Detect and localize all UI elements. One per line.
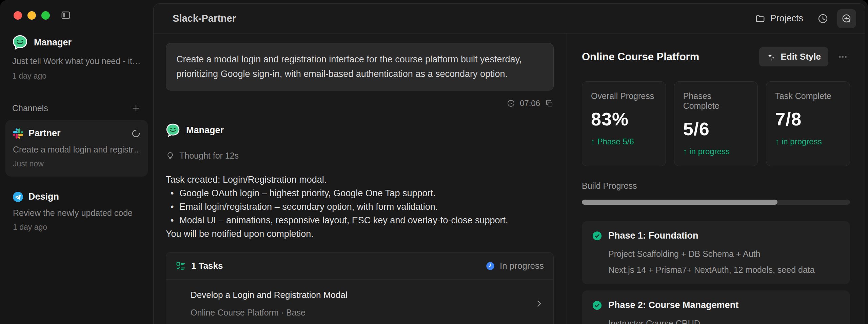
in-progress-clock-icon — [486, 261, 495, 271]
stats-row: Overall Progress 83% ↑ Phase 5/6 Phases … — [582, 81, 850, 166]
header-actions: Projects — [750, 9, 856, 28]
channels-label: Channels — [12, 103, 48, 113]
response-bullets: Google OAuth login – highest priority, G… — [166, 186, 554, 227]
channel-name-design: Design — [28, 191, 140, 202]
zoom-window-button[interactable] — [41, 11, 50, 20]
edit-style-button[interactable]: Edit Style — [759, 47, 828, 66]
more-options-button[interactable] — [836, 50, 850, 64]
add-channel-button[interactable] — [131, 103, 141, 113]
build-progress-label: Build Progress — [582, 181, 850, 191]
task-card: 1 Tasks In progress — [166, 252, 554, 324]
check-circle-icon — [592, 231, 602, 241]
manager-time: 1 day ago — [12, 72, 141, 81]
task-title: Develop a Login and Registration Modal — [191, 290, 348, 300]
stat-card-overall-progress: Overall Progress 83% ↑ Phase 5/6 — [582, 81, 666, 166]
phase-line2: Next.js 14 + Prisma7+ NextAuth, 12 model… — [608, 265, 840, 275]
check-circle-icon — [592, 300, 602, 310]
sidebar: Manager Just tell Work what you need - i… — [0, 0, 153, 324]
minimize-window-button[interactable] — [27, 11, 36, 20]
sparkles-icon — [767, 52, 776, 62]
bullet-item: Modal UI – animations, responsive layout… — [171, 214, 554, 227]
stat-delta: ↑ in progress — [683, 147, 749, 156]
user-message: Create a modal login and registration in… — [166, 43, 554, 90]
chat-area: Create a modal login and registration in… — [154, 34, 567, 324]
page-title: Slack-Partner — [173, 13, 236, 24]
task-meta: Online Course Platform · Base — [191, 308, 348, 318]
task-status-label: In progress — [500, 261, 544, 271]
agent-name: Manager — [186, 125, 224, 136]
phase-title: Phase 1: Foundation — [608, 230, 698, 241]
phase-line1: Instructor Course CRUD — [608, 319, 840, 324]
sidebar-item-design[interactable]: Design Review the newly updated code 1 d… — [5, 183, 148, 240]
message-meta: 07:06 — [166, 99, 554, 108]
project-title: Online Course Platform — [582, 51, 699, 63]
channels-header: Channels — [0, 103, 153, 113]
project-panel-header: Online Course Platform Edit Style — [582, 47, 850, 66]
build-progress-bar — [582, 200, 850, 205]
traffic-lights — [14, 11, 50, 20]
lightbulb-icon — [166, 151, 175, 160]
activity-bubble-icon — [841, 13, 852, 24]
titlebar — [0, 0, 153, 31]
slack-icon — [13, 128, 23, 139]
channel-subtitle: Review the newly updated code — [13, 208, 140, 218]
activity-panel-button[interactable] — [837, 9, 856, 28]
channel-name-partner: Partner — [28, 128, 126, 139]
phase-card-1[interactable]: Phase 1: Foundation Project Scaffolding … — [582, 221, 850, 284]
copy-icon[interactable] — [545, 99, 554, 108]
message-timestamp: 07:06 — [520, 99, 540, 108]
stat-delta: ↑ Phase 5/6 — [591, 137, 657, 146]
channel-time: Just now — [13, 159, 140, 168]
agent-response: Task created: Login/Registration modal. … — [166, 173, 554, 241]
stat-label: Task Complete — [775, 91, 841, 101]
manager-name: Manager — [34, 37, 72, 48]
manager-entry[interactable]: Manager Just tell Work what you need - i… — [0, 35, 153, 81]
project-panel: Online Course Platform Edit Style — [567, 34, 865, 324]
phase-title: Phase 2: Course Management — [608, 300, 738, 310]
stat-label: Overall Progress — [591, 91, 657, 101]
stat-delta: ↑ in progress — [775, 137, 841, 146]
task-count-label: 1 Tasks — [191, 261, 223, 271]
channel-time: 1 day ago — [13, 223, 140, 232]
sidebar-item-partner[interactable]: Partner Create a modal login and registr… — [5, 120, 148, 177]
thought-label: Thought for 12s — [179, 151, 239, 161]
manager-avatar-icon — [12, 35, 28, 50]
loading-spinner-icon — [132, 129, 140, 138]
projects-button[interactable]: Projects — [750, 9, 809, 28]
manager-subtitle: Just tell Work what you need - it… — [12, 56, 141, 66]
stat-value: 83% — [591, 108, 657, 129]
task-row[interactable]: Develop a Login and Registration Modal O… — [166, 280, 553, 324]
phase-line1: Project Scaffolding + DB Schema + Auth — [608, 249, 840, 259]
bullet-item: Google OAuth login – highest priority, G… — [171, 186, 554, 200]
stat-card-task-complete: Task Complete 7/8 ↑ in progress — [766, 81, 850, 166]
stat-card-phases-complete: Phases Complete 5/6 ↑ in progress — [674, 81, 758, 166]
clock-icon — [507, 99, 515, 107]
channel-subtitle: Create a modal login and registr… — [13, 145, 140, 155]
response-outro: You will be notified upon completion. — [166, 227, 554, 241]
stat-value: 7/8 — [775, 108, 841, 129]
main-header: Slack-Partner Projects — [154, 4, 865, 34]
chevron-right-icon — [534, 299, 544, 308]
manager-avatar-icon — [166, 123, 180, 137]
task-list-icon — [176, 261, 186, 271]
app-window: Manager Just tell Work what you need - i… — [0, 0, 868, 324]
phase-list: Phase 1: Foundation Project Scaffolding … — [582, 221, 850, 324]
stat-label: Phases Complete — [683, 91, 749, 111]
clock-icon — [817, 13, 828, 24]
projects-label: Projects — [770, 13, 803, 24]
task-status-badge: In progress — [486, 261, 544, 271]
task-card-header: 1 Tasks In progress — [166, 252, 553, 280]
main-panel: Slack-Partner Projects — [153, 3, 865, 324]
telegram-icon — [13, 192, 23, 202]
sidebar-toggle-icon[interactable] — [60, 9, 72, 21]
response-intro: Task created: Login/Registration modal. — [166, 173, 554, 186]
history-button[interactable] — [813, 9, 832, 28]
phase-card-2[interactable]: Phase 2: Course Management Instructor Co… — [582, 290, 850, 324]
folder-icon — [755, 14, 765, 24]
agent-header: Manager — [166, 123, 554, 137]
bullet-item: Email login/registration – secondary opt… — [171, 200, 554, 214]
stat-value: 5/6 — [683, 118, 749, 139]
thought-row[interactable]: Thought for 12s — [166, 151, 554, 161]
build-progress-fill — [582, 200, 777, 205]
close-window-button[interactable] — [14, 11, 22, 20]
